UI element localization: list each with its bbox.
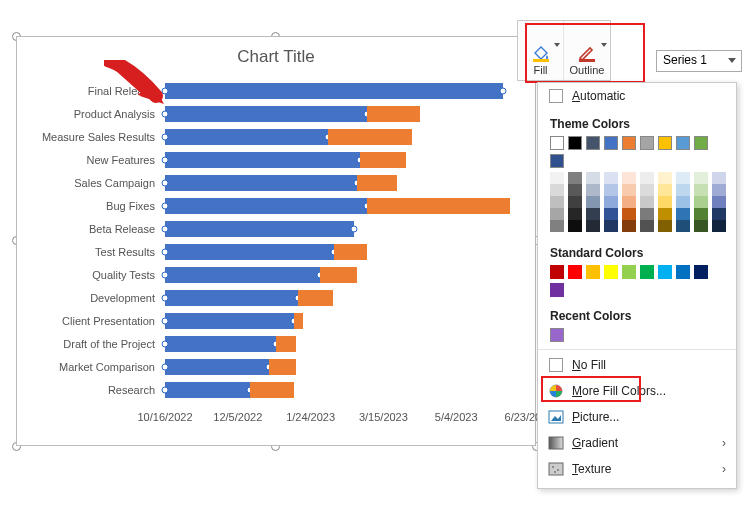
series1-bar[interactable] — [165, 244, 334, 260]
color-swatch[interactable] — [676, 265, 690, 279]
color-swatch[interactable] — [640, 265, 654, 279]
color-swatch[interactable] — [676, 172, 690, 184]
color-swatch[interactable] — [622, 136, 636, 150]
color-swatch[interactable] — [604, 136, 618, 150]
series1-bar[interactable] — [165, 106, 367, 122]
chart-title[interactable]: Chart Title — [17, 37, 535, 73]
y-axis-label[interactable]: Client Presentation — [17, 313, 155, 329]
bar-handle[interactable] — [500, 88, 507, 95]
color-swatch[interactable] — [676, 208, 690, 220]
color-swatch[interactable] — [622, 265, 636, 279]
color-swatch[interactable] — [676, 136, 690, 150]
color-swatch[interactable] — [640, 220, 654, 232]
color-swatch[interactable] — [640, 136, 654, 150]
y-axis-label[interactable]: Research — [17, 382, 155, 398]
color-swatch[interactable] — [550, 136, 564, 150]
color-swatch[interactable] — [550, 172, 564, 184]
color-swatch[interactable] — [604, 172, 618, 184]
color-swatch[interactable] — [622, 208, 636, 220]
series2-bar[interactable] — [276, 336, 297, 352]
color-swatch[interactable] — [550, 328, 564, 342]
series1-bar[interactable] — [165, 313, 294, 329]
color-swatch[interactable] — [658, 196, 672, 208]
automatic-fill[interactable]: Automatic — [538, 83, 736, 109]
color-swatch[interactable] — [568, 184, 582, 196]
color-swatch[interactable] — [550, 154, 564, 168]
color-swatch[interactable] — [568, 220, 582, 232]
color-swatch[interactable] — [604, 220, 618, 232]
color-swatch[interactable] — [622, 196, 636, 208]
picture-fill[interactable]: Picture... — [538, 404, 736, 430]
series2-bar[interactable] — [298, 290, 333, 306]
y-axis-label[interactable]: Development — [17, 290, 155, 306]
chart-area[interactable]: Chart Title 10/16/202212/5/20221/24/2023… — [16, 36, 536, 446]
color-swatch[interactable] — [658, 184, 672, 196]
y-axis-label[interactable]: Measure Sales Results — [17, 129, 155, 145]
color-swatch[interactable] — [694, 208, 708, 220]
series2-bar[interactable] — [320, 267, 358, 283]
y-axis-label[interactable]: Sales Campaign — [17, 175, 155, 191]
color-swatch[interactable] — [550, 208, 564, 220]
color-swatch[interactable] — [694, 196, 708, 208]
bar-handle[interactable] — [162, 134, 169, 141]
series2-bar[interactable] — [367, 106, 420, 122]
y-axis-label[interactable]: Product Analysis — [17, 106, 155, 122]
color-swatch[interactable] — [640, 172, 654, 184]
color-swatch[interactable] — [568, 208, 582, 220]
bar-handle[interactable] — [162, 272, 169, 279]
bar-handle[interactable] — [162, 341, 169, 348]
outline-button[interactable]: Outline — [564, 21, 610, 80]
color-swatch[interactable] — [604, 265, 618, 279]
fill-button[interactable]: Fill — [518, 21, 564, 80]
color-swatch[interactable] — [712, 220, 726, 232]
y-axis-label[interactable]: Quality Tests — [17, 267, 155, 283]
series2-bar[interactable] — [367, 198, 510, 214]
color-swatch[interactable] — [676, 220, 690, 232]
series1-bar[interactable] — [165, 267, 320, 283]
series2-bar[interactable] — [250, 382, 294, 398]
color-swatch[interactable] — [586, 265, 600, 279]
color-swatch[interactable] — [568, 136, 582, 150]
color-swatch[interactable] — [586, 172, 600, 184]
plot-area[interactable] — [165, 81, 527, 403]
color-swatch[interactable] — [622, 220, 636, 232]
bar-handle[interactable] — [162, 226, 169, 233]
color-swatch[interactable] — [586, 136, 600, 150]
color-swatch[interactable] — [694, 172, 708, 184]
bar-handle[interactable] — [162, 318, 169, 325]
color-swatch[interactable] — [622, 184, 636, 196]
series2-bar[interactable] — [269, 359, 296, 375]
color-swatch[interactable] — [658, 220, 672, 232]
series2-bar[interactable] — [294, 313, 303, 329]
color-swatch[interactable] — [604, 196, 618, 208]
color-swatch[interactable] — [586, 196, 600, 208]
y-axis-label[interactable]: Test Results — [17, 244, 155, 260]
color-swatch[interactable] — [712, 184, 726, 196]
series2-bar[interactable] — [357, 175, 397, 191]
bar-handle[interactable] — [162, 157, 169, 164]
y-axis-label[interactable]: Bug Fixes — [17, 198, 155, 214]
series1-bar[interactable] — [165, 152, 360, 168]
color-swatch[interactable] — [550, 265, 564, 279]
series1-bar[interactable] — [165, 221, 354, 237]
color-swatch[interactable] — [694, 220, 708, 232]
color-swatch[interactable] — [658, 265, 672, 279]
bar-handle[interactable] — [162, 387, 169, 394]
series1-bar[interactable] — [165, 290, 298, 306]
color-swatch[interactable] — [568, 265, 582, 279]
series2-bar[interactable] — [328, 129, 413, 145]
color-swatch[interactable] — [676, 196, 690, 208]
more-fill-colors[interactable]: More Fill Colors... — [538, 378, 736, 404]
bar-handle[interactable] — [162, 203, 169, 210]
color-swatch[interactable] — [640, 184, 654, 196]
color-swatch[interactable] — [550, 220, 564, 232]
bar-handle[interactable] — [350, 226, 357, 233]
color-swatch[interactable] — [658, 172, 672, 184]
color-swatch[interactable] — [586, 184, 600, 196]
series1-bar[interactable] — [165, 198, 367, 214]
series1-bar[interactable] — [165, 175, 357, 191]
bar-handle[interactable] — [162, 180, 169, 187]
color-swatch[interactable] — [586, 208, 600, 220]
series2-bar[interactable] — [334, 244, 367, 260]
color-swatch[interactable] — [712, 172, 726, 184]
